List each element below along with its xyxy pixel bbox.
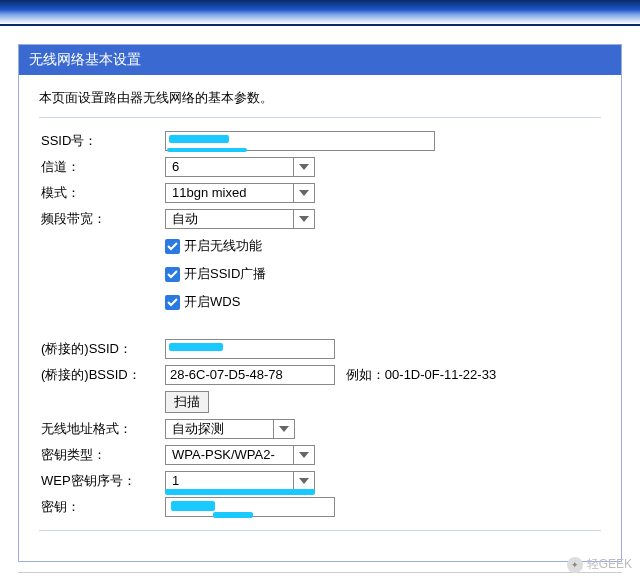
panel-title: 无线网络基本设置: [19, 45, 621, 75]
bandwidth-label: 频段带宽：: [39, 206, 163, 232]
enable-wds-label: 开启WDS: [184, 293, 240, 311]
addr-format-label: 无线地址格式：: [39, 416, 163, 442]
key-type-value: WPA-PSK/WPA2-: [166, 446, 314, 464]
chevron-down-icon: [293, 446, 314, 464]
mode-select[interactable]: 11bgn mixed: [165, 183, 315, 203]
wep-index-label: WEP密钥序号：: [39, 468, 163, 494]
redacted-key-underline: [213, 512, 253, 518]
channel-select[interactable]: 6: [165, 157, 315, 177]
chevron-down-icon: [293, 184, 314, 202]
channel-label: 信道：: [39, 154, 163, 180]
chevron-down-icon: [293, 210, 314, 228]
watermark: ✦ 轻GEEK: [567, 556, 632, 573]
redacted-bridge-ssid: [169, 343, 223, 351]
key-type-select[interactable]: WPA-PSK/WPA2-: [165, 445, 315, 465]
checkbox-checked-icon: [165, 295, 180, 310]
enable-ssid-broadcast-row[interactable]: 开启SSID广播: [165, 265, 599, 283]
watermark-text: 轻GEEK: [587, 556, 632, 573]
scan-button[interactable]: 扫描: [165, 391, 209, 413]
enable-ssid-broadcast-label: 开启SSID广播: [184, 265, 266, 283]
redacted-ssid-underline: [167, 148, 247, 152]
bandwidth-select[interactable]: 自动: [165, 209, 315, 229]
bandwidth-value: 自动: [166, 210, 314, 228]
redacted-ssid: [169, 135, 229, 143]
settings-panel: 无线网络基本设置 本页面设置路由器无线网络的基本参数。 SSID号： 信道：: [18, 44, 622, 562]
divider: [39, 530, 601, 531]
checkbox-checked-icon: [165, 267, 180, 282]
bridge-bssid-input[interactable]: [165, 365, 335, 385]
top-banner: [0, 0, 640, 26]
form-table: SSID号： 信道： 6: [39, 128, 601, 520]
panel-description: 本页面设置路由器无线网络的基本参数。: [39, 89, 601, 107]
wep-index-value: 1: [166, 472, 314, 490]
bottom-bar: 保存 帮助: [18, 572, 622, 579]
mode-value: 11bgn mixed: [166, 184, 314, 202]
key-label: 密钥：: [39, 494, 163, 520]
key-type-label: 密钥类型：: [39, 442, 163, 468]
enable-wireless-row[interactable]: 开启无线功能: [165, 237, 599, 255]
chevron-down-icon: [293, 472, 314, 490]
chevron-down-icon: [273, 420, 294, 438]
bssid-hint: 例如：00-1D-0F-11-22-33: [346, 367, 496, 382]
addr-format-select[interactable]: 自动探测: [165, 419, 295, 439]
bridge-ssid-label: (桥接的)SSID：: [39, 336, 163, 362]
bridge-bssid-label: (桥接的)BSSID：: [39, 362, 163, 388]
redacted-key: [171, 501, 215, 511]
enable-wireless-label: 开启无线功能: [184, 237, 262, 255]
enable-wds-row[interactable]: 开启WDS: [165, 293, 599, 311]
divider: [39, 117, 601, 118]
channel-value: 6: [166, 158, 314, 176]
wechat-icon: ✦: [567, 557, 583, 573]
mode-label: 模式：: [39, 180, 163, 206]
chevron-down-icon: [293, 158, 314, 176]
checkbox-checked-icon: [165, 239, 180, 254]
wep-index-select[interactable]: 1: [165, 471, 315, 491]
ssid-label: SSID号：: [39, 128, 163, 154]
